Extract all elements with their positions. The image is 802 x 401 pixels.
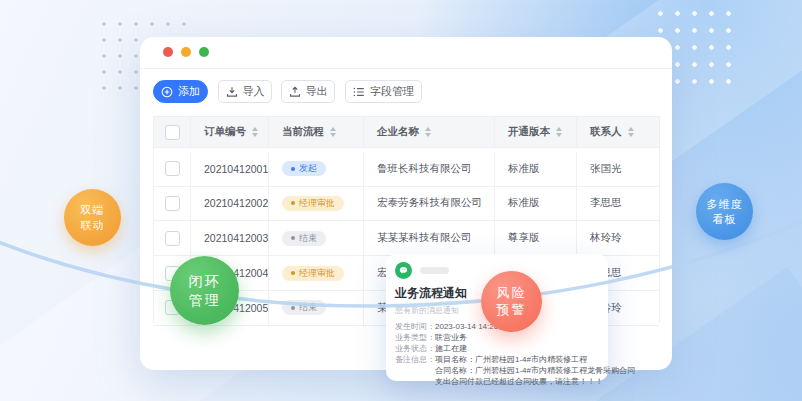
column-header-company[interactable]: 企业名称 bbox=[364, 117, 495, 148]
bubble-text-line: 联动 bbox=[81, 218, 105, 232]
notification-field: 业务状态： 施工在建 bbox=[395, 343, 599, 354]
import-button[interactable]: 导入 bbox=[218, 80, 272, 103]
column-header-label: 当前流程 bbox=[282, 125, 324, 139]
add-button-label: 添加 bbox=[178, 84, 200, 99]
row-checkbox-cell bbox=[154, 187, 191, 222]
sort-icon[interactable] bbox=[556, 127, 562, 137]
notification-field: 业务类型： 联营业务 bbox=[395, 332, 599, 343]
version-cell: 标准版 bbox=[495, 152, 577, 187]
select-all-checkbox[interactable] bbox=[165, 125, 180, 140]
window-controls bbox=[163, 47, 209, 57]
field-value: 支出合同付款已经超过合同收票，请注意！！！ bbox=[435, 376, 603, 387]
flow-badge: 经理审批 bbox=[282, 266, 344, 281]
feature-bubble-multi-dashboard: 多维度 看板 bbox=[696, 183, 753, 240]
field-label: 备注信息： bbox=[395, 354, 435, 365]
window-close-dot-icon bbox=[163, 47, 173, 57]
sort-icon[interactable] bbox=[628, 127, 634, 137]
flow-badge: 结束 bbox=[282, 300, 326, 315]
field-value: 施工在建 bbox=[435, 343, 467, 354]
add-button[interactable]: 添加 bbox=[153, 80, 208, 103]
import-button-label: 导入 bbox=[243, 84, 265, 99]
flow-cell: 经理审批 bbox=[269, 256, 364, 291]
flow-cell: 结束 bbox=[269, 291, 364, 326]
select-all-cell bbox=[154, 117, 191, 148]
sort-icon[interactable] bbox=[252, 127, 258, 137]
column-header-label: 订单编号 bbox=[204, 125, 246, 139]
toolbar: 添加 导入 导出 bbox=[153, 80, 422, 103]
contact-cell: 张国光 bbox=[577, 152, 659, 187]
company-cell: 某某某科技有限公司 bbox=[364, 221, 495, 256]
version-cell: 标准版 bbox=[495, 187, 577, 222]
row-checkbox-cell bbox=[154, 152, 191, 187]
notification-field: 合同名称：广州碧桂园1-4#市内精装修工程龙骨采购合同 bbox=[395, 365, 599, 376]
bubble-text-line: 闭环 bbox=[189, 272, 221, 290]
export-button-label: 导出 bbox=[306, 84, 328, 99]
notification-placeholder-bar bbox=[420, 267, 449, 274]
field-value: 项目名称：广州碧桂园1-4#市内精装修工程 bbox=[435, 354, 587, 365]
order-cell: 20210412003 bbox=[191, 221, 269, 256]
wechat-icon bbox=[395, 262, 412, 279]
feature-bubble-closed-loop: 闭环 管理 bbox=[170, 256, 239, 325]
order-cell: 20210412001 bbox=[191, 152, 269, 187]
field-manage-button[interactable]: 字段管理 bbox=[345, 80, 422, 103]
contact-cell: 林玲玲 bbox=[577, 221, 659, 256]
notification-fields: 发生时间： 2023-03-14 14:26 业务类型： 联营业务 业务状态： … bbox=[395, 321, 599, 387]
company-cell: 宏泰劳务科技有限公司 bbox=[364, 187, 495, 222]
list-icon bbox=[353, 86, 365, 98]
sort-icon[interactable] bbox=[425, 127, 431, 137]
bubble-text-line: 多维度 bbox=[707, 197, 743, 211]
flow-cell: 经理审批 bbox=[269, 187, 364, 222]
flow-cell: 发起 bbox=[269, 152, 364, 187]
column-header-label: 联系人 bbox=[590, 125, 622, 139]
contact-cell: 李思思 bbox=[577, 187, 659, 222]
titlebar-divider bbox=[140, 68, 672, 69]
field-label: 发生时间： bbox=[395, 321, 435, 332]
column-header-label: 开通版本 bbox=[508, 125, 550, 139]
plus-circle-icon bbox=[161, 86, 173, 98]
arrow-up-tray-icon bbox=[289, 86, 301, 98]
version-cell: 尊享版 bbox=[495, 221, 577, 256]
export-button[interactable]: 导出 bbox=[281, 80, 335, 103]
bubble-text-line: 看板 bbox=[713, 212, 737, 226]
sort-icon[interactable] bbox=[330, 127, 336, 137]
bubble-text-line: 双端 bbox=[81, 203, 105, 217]
company-cell: 鲁班长科技有限公司 bbox=[364, 152, 495, 187]
notification-field: 支出合同付款已经超过合同收票，请注意！！！ bbox=[395, 376, 599, 387]
column-header-version[interactable]: 开通版本 bbox=[495, 117, 577, 148]
flow-cell: 结束 bbox=[269, 221, 364, 256]
window-maximize-dot-icon bbox=[199, 47, 209, 57]
field-label: 业务类型： bbox=[395, 332, 435, 343]
bubble-text-line: 预警 bbox=[497, 302, 527, 319]
field-value: 联营业务 bbox=[435, 332, 467, 343]
field-label: 业务状态： bbox=[395, 343, 435, 354]
flow-badge: 经理审批 bbox=[282, 196, 344, 211]
column-header-flow[interactable]: 当前流程 bbox=[269, 117, 364, 148]
bubble-text-line: 管理 bbox=[189, 291, 221, 309]
field-label bbox=[395, 365, 435, 376]
column-header-order[interactable]: 订单编号 bbox=[191, 117, 269, 148]
flow-badge: 发起 bbox=[282, 161, 326, 176]
screenshot-stage: 添加 导入 导出 bbox=[0, 0, 802, 401]
row-checkbox[interactable] bbox=[165, 161, 180, 176]
column-header-label: 企业名称 bbox=[377, 125, 419, 139]
field-value: 合同名称：广州碧桂园1-4#市内精装修工程龙骨采购合同 bbox=[435, 365, 635, 376]
column-header-contact[interactable]: 联系人 bbox=[577, 117, 659, 148]
row-checkbox[interactable] bbox=[165, 231, 180, 246]
field-manage-button-label: 字段管理 bbox=[370, 84, 414, 99]
notification-field: 备注信息： 项目名称：广州碧桂园1-4#市内精装修工程 bbox=[395, 354, 599, 365]
field-label bbox=[395, 376, 435, 387]
arrow-down-tray-icon bbox=[226, 86, 238, 98]
row-checkbox[interactable] bbox=[165, 196, 180, 211]
bubble-text-line: 风险 bbox=[497, 285, 527, 302]
window-minimize-dot-icon bbox=[181, 47, 191, 57]
feature-bubble-dual-linkage: 双端 联动 bbox=[64, 189, 121, 246]
flow-badge: 结束 bbox=[282, 231, 326, 246]
row-checkbox-cell bbox=[154, 221, 191, 256]
order-cell: 20210412002 bbox=[191, 187, 269, 222]
feature-bubble-risk-warning: 风险 预警 bbox=[481, 271, 542, 332]
